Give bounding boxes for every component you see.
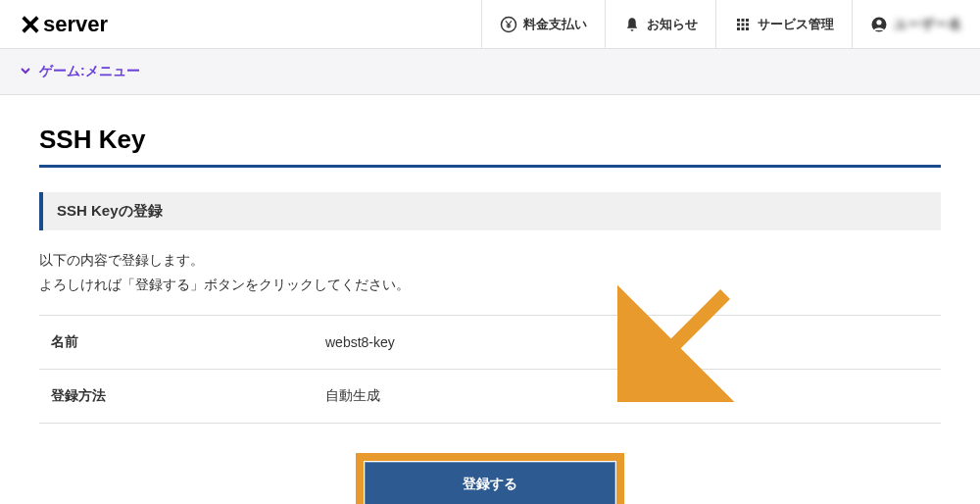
svg-rect-9 [746,27,749,30]
register-button[interactable]: 登録する [364,461,616,504]
nav-payment-label: 料金支払い [523,16,587,33]
row-value-method: 自動生成 [314,370,941,424]
nav-services-label: サービス管理 [758,16,834,33]
svg-rect-2 [742,19,745,22]
top-nav: 料金支払い お知らせ サービス管理 ユーザー名 [481,0,980,48]
svg-rect-1 [737,19,740,22]
bell-icon [623,16,641,33]
submenu-game-menu[interactable]: ゲーム:メニュー [20,63,140,80]
grid-icon [734,16,752,33]
table-row: 名前 webst8-key [39,316,941,370]
svg-rect-5 [742,23,745,25]
main-content: SSH Key SSH Keyの登録 以下の内容で登録します。 よろしければ「登… [0,95,980,504]
nav-notice-label: お知らせ [647,16,698,33]
logo-x-icon [20,14,41,35]
svg-rect-4 [737,23,740,25]
submenu-bar: ゲーム:メニュー [0,49,980,95]
row-label-name: 名前 [39,316,314,370]
yen-icon [500,16,517,33]
page-title: SSH Key [39,125,941,168]
svg-rect-7 [737,27,740,30]
button-highlight-frame: 登録する [356,453,624,504]
nav-user[interactable]: ユーザー名 [852,0,980,48]
confirm-table: 名前 webst8-key 登録方法 自動生成 [39,315,941,424]
action-area: 登録する [39,453,941,504]
nav-user-label: ユーザー名 [894,16,962,33]
description-line1: 以下の内容で登録します。 [39,248,941,273]
row-value-name: webst8-key [314,316,941,370]
svg-rect-8 [742,27,745,30]
nav-payment[interactable]: 料金支払い [481,0,605,48]
table-row: 登録方法 自動生成 [39,370,941,424]
svg-rect-6 [746,23,749,25]
submenu-label: ゲーム:メニュー [39,63,140,80]
chevron-down-icon [20,64,31,79]
header: server 料金支払い お知らせ サービス管理 ユーザー名 [0,0,980,49]
svg-rect-3 [746,19,749,22]
nav-notice[interactable]: お知らせ [605,0,715,48]
description: 以下の内容で登録します。 よろしければ「登録する」ボタンをクリックしてください。 [39,248,941,297]
user-icon [870,16,888,33]
section-title: SSH Keyの登録 [39,192,941,230]
logo-text: server [43,12,108,37]
svg-point-11 [876,20,881,25]
description-line2: よろしければ「登録する」ボタンをクリックしてください。 [39,273,941,297]
nav-services[interactable]: サービス管理 [715,0,852,48]
logo[interactable]: server [20,12,108,37]
row-label-method: 登録方法 [39,370,314,424]
